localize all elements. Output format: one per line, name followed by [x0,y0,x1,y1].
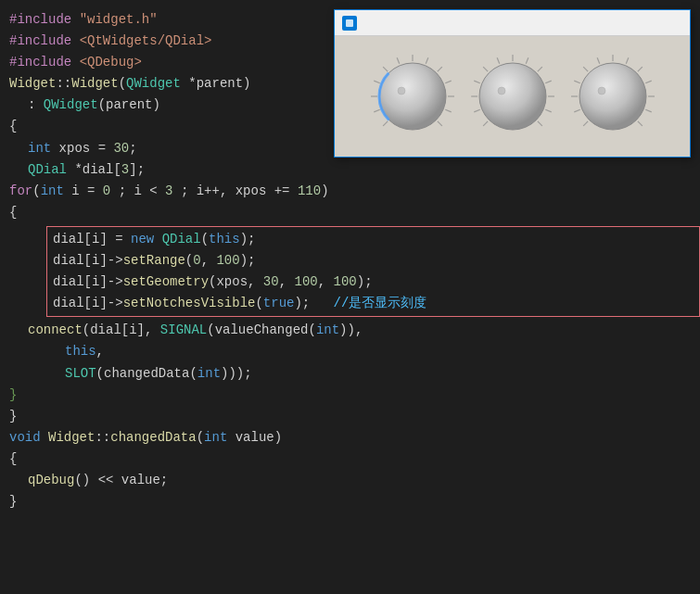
code-token: QWidget [126,73,181,95]
window-controls [612,14,682,32]
code-line: connect(dial[i], SIGNAL(valueChanged(int… [9,320,700,341]
code-line: } [9,406,700,427]
svg-line-41 [645,81,651,83]
close-button[interactable] [660,14,682,32]
code-token: : [28,95,44,116]
code-token: , [279,272,295,293]
code-token: ); [240,250,256,272]
code-token: new [131,229,154,250]
code-token: ( [197,427,204,449]
dial-knob-1 [366,50,459,143]
code-token: for [9,181,32,202]
code-token: ); [294,293,333,314]
svg-line-37 [597,57,600,63]
svg-line-22 [497,57,500,63]
svg-line-10 [445,81,451,83]
code-token: 30 [263,272,279,293]
svg-line-4 [374,81,379,83]
code-line: } [9,491,700,512]
code-token: QDial [28,159,67,181]
svg-line-39 [626,57,629,63]
code-token: ( [32,181,40,202]
code-line: } [9,385,700,406]
code-token: { [9,116,17,137]
code-token: <QtWidgets/QDial> [80,31,212,52]
code-token: ( [185,250,193,272]
code-line: void Widget::changedData(int value) [9,427,700,449]
code-line: QDial *dial[3]; [9,159,700,181]
svg-line-21 [483,67,488,71]
code-token: void [9,427,41,449]
code-token: } [9,406,17,427]
code-token: int [41,181,64,202]
code-line: dial[i]->setGeometry(xpos, 30, 100, 100)… [53,272,694,293]
code-token: dial[i]-> [53,293,123,314]
code-token: SLOT [65,363,96,385]
code-token: int [316,320,339,341]
svg-line-9 [437,67,441,71]
code-token: () << value; [74,470,168,491]
code-token: true [263,293,295,314]
code-token [41,427,48,449]
code-line: { [9,202,700,223]
code-token: changedData [110,427,196,449]
dial-2 [466,50,559,143]
restore-button[interactable] [636,14,658,32]
dial-3 [566,50,659,143]
code-token: , [318,272,334,293]
code-token: setGeometry [123,272,209,293]
code-token: SIGNAL [160,320,207,341]
code-token: ); [240,229,256,250]
code-token: #include [9,52,80,73]
code-token: ; i < [110,181,165,202]
dial-1 [366,50,459,143]
qdial-content [335,36,690,157]
code-token: (parent) [98,95,160,116]
dial-knob-2 [466,50,559,143]
svg-point-31 [498,87,505,95]
code-token: int [28,138,51,159]
svg-line-36 [583,67,588,71]
code-token: (valueChanged( [207,320,316,341]
code-token: ]; [129,159,145,181]
app-icon [342,16,357,31]
svg-line-6 [397,57,400,63]
svg-line-13 [437,121,441,126]
code-line: for(int i = 0 ; i < 3 ; i++, xpos += 110… [9,181,700,202]
code-token: Widget [9,73,56,95]
code-token: :: [56,73,71,95]
code-token: int [204,427,227,449]
code-token: //是否显示刻度 [333,293,426,314]
code-token: *dial[ [67,159,121,181]
code-line: dial[i] = new QDial(this); [53,229,694,250]
code-token: 100 [294,272,317,293]
code-line: dial[i]->setNotchesVisible(true); //是否显示… [53,293,694,314]
code-token: dial[i]-> [53,250,123,272]
code-line: qDebug() << value; [9,470,700,491]
svg-line-32 [583,121,588,126]
svg-point-46 [598,87,605,95]
code-token: (changedData( [96,363,197,385]
code-token: , [201,250,217,272]
svg-line-43 [645,109,651,112]
svg-line-18 [474,109,479,112]
svg-point-16 [398,87,405,95]
code-token: } [9,385,17,406]
code-token: Widget [71,73,118,95]
minimize-button[interactable] [612,14,634,32]
svg-line-1 [383,121,388,126]
code-token: <QDebug> [80,52,142,73]
svg-line-40 [637,67,642,71]
code-token: #include [9,9,80,31]
code-token: QDial [162,229,201,250]
code-token: ; i++, xpos += [172,181,297,202]
svg-line-20 [474,81,479,83]
code-token: value) [227,427,282,449]
code-token: 30 [113,138,129,159]
code-token: (dial[i], [83,320,160,341]
code-line: dial[i]->setRange(0, 100); [53,250,694,272]
titlebar [335,10,690,36]
code-token: setRange [123,250,185,272]
code-token: this [65,341,96,362]
code-token: "widget.h" [80,9,158,31]
